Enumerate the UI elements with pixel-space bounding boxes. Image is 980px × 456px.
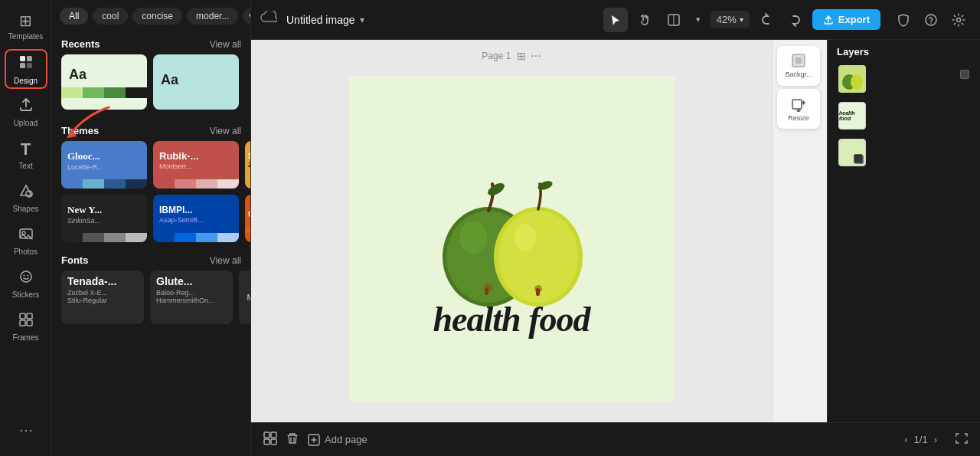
top-bar-right-icons [891, 8, 971, 32]
help-icon[interactable] [919, 8, 943, 32]
svg-rect-30 [536, 288, 540, 296]
swatch [175, 179, 196, 189]
hand-tool[interactable] [632, 8, 657, 32]
svg-point-6 [22, 231, 25, 235]
theme-ibm-name: IBMPl... [159, 205, 233, 215]
frame-layout-tool[interactable] [662, 8, 686, 32]
themes-view-all[interactable]: View all [210, 126, 241, 136]
layer-thumb-fruits [838, 65, 866, 93]
font-tenada-sub2: Stilu-Regular [67, 297, 138, 304]
more-icon: ⋯ [19, 422, 33, 438]
undo-button[interactable] [754, 8, 779, 32]
sidebar-item-frames[interactable]: Frames [5, 307, 47, 346]
swatch [61, 179, 83, 189]
zoom-control[interactable]: 42% ▾ [710, 11, 750, 28]
recents-title: Recents [61, 38, 100, 50]
page-more-icon[interactable]: ··· [531, 49, 541, 63]
style-tag-all[interactable]: All [60, 8, 88, 25]
swatch [153, 179, 175, 189]
canvas-text-element[interactable]: health food [433, 299, 590, 340]
theme-card-newy[interactable]: New Y... SinkinSa... [61, 195, 147, 242]
export-button[interactable]: Export [812, 9, 880, 30]
redo-button[interactable] [783, 8, 808, 32]
layer-item-fruits[interactable] [832, 62, 975, 96]
settings-icon[interactable] [946, 8, 971, 32]
style-tag-cool[interactable]: cool [93, 8, 128, 25]
style-tags-more[interactable]: ▾ [243, 8, 250, 25]
sidebar-item-design[interactable]: Design [5, 49, 47, 89]
stickers-icon [18, 269, 34, 288]
theme-newy-name: New Y... [67, 204, 141, 216]
resize-tool[interactable]: Resize [777, 89, 820, 129]
trash-icon[interactable] [286, 432, 299, 448]
bottom-bar: Add page ‹ 1/1 › [251, 422, 980, 456]
fullscreen-btn[interactable] [956, 432, 968, 448]
theme-card-sp[interactable]: Sp ZY [245, 141, 251, 189]
shield-icon [891, 8, 916, 32]
recent-card-1-swatches [61, 87, 147, 98]
theme-card-rubik[interactable]: Rubik-... Montserr... [153, 141, 239, 189]
svg-point-7 [21, 271, 31, 282]
recents-arrow[interactable]: › [245, 54, 250, 110]
design-panel: All cool concise moder... ▾ Recents View… [52, 0, 251, 456]
frame-layout-chevron[interactable]: ▾ [691, 8, 706, 32]
svg-rect-39 [271, 439, 276, 445]
prev-page-btn[interactable]: ‹ [904, 434, 907, 445]
svg-point-21 [459, 221, 487, 254]
templates-icon: ⊞ [19, 11, 32, 30]
style-tag-concise[interactable]: concise [132, 8, 182, 25]
page-grid-icon: ⊞ [517, 50, 526, 62]
theme-sp-swatches [245, 179, 251, 189]
svg-point-16 [926, 15, 936, 25]
layer-item-background[interactable] [832, 136, 975, 169]
add-page-button[interactable]: Add page [308, 434, 368, 446]
swatch [217, 233, 239, 242]
font-glute-sub1: Baloo-Reg... [156, 289, 227, 297]
sidebar-item-upload[interactable]: Upload [5, 92, 47, 132]
svg-point-8 [23, 274, 24, 276]
sidebar-item-photos[interactable]: Photos [5, 221, 47, 261]
theme-glooc-swatches [61, 179, 147, 189]
recent-card-1[interactable]: Aa [61, 54, 147, 110]
grid-icon[interactable] [263, 431, 277, 448]
svg-rect-37 [271, 432, 276, 438]
font-tenada-name: Tenada-... [67, 275, 138, 287]
sidebar-item-templates[interactable]: ⊞ Templates [5, 6, 47, 46]
background-icon [791, 53, 806, 68]
theme-ibm-swatches [153, 233, 239, 242]
sidebar-item-text[interactable]: T Text [5, 135, 47, 175]
style-tag-moder[interactable]: moder... [187, 8, 238, 25]
upload-icon [18, 97, 34, 116]
swatch [104, 233, 126, 242]
fonts-header: Fonts View all [52, 248, 250, 271]
canvas-card[interactable]: health food [349, 76, 675, 402]
swatch [217, 179, 239, 189]
canvas-side-tools: Backgr... Resize [772, 40, 827, 422]
resize-label: Resize [788, 114, 809, 122]
theme-card-glooc[interactable]: Glooc... Lucette-R... [61, 141, 147, 189]
sidebar-item-stickers[interactable]: Stickers [5, 264, 47, 303]
themes-row-2: New Y... SinkinSa... IBMPl... Asap-SemiB… [52, 195, 250, 242]
select-tool[interactable] [603, 8, 628, 32]
next-page-btn[interactable]: › [934, 434, 937, 445]
export-label: Export [838, 14, 870, 25]
fonts-view-all[interactable]: View all [210, 255, 241, 266]
theme-card-gr[interactable]: Gr [245, 195, 251, 242]
sidebar-item-more[interactable]: ⋯ [5, 410, 47, 450]
recents-view-all[interactable]: View all [210, 39, 241, 50]
theme-card-ibm[interactable]: IBMPl... Asap-SemiB... [153, 195, 239, 242]
font-card-tenada[interactable]: Tenada-... Zocbel X-E... Stilu-Regular [61, 271, 144, 324]
fonts-more-button[interactable]: Mor [239, 271, 250, 324]
background-tool[interactable]: Backgr... [777, 46, 820, 86]
themes-title: Themes [61, 125, 99, 136]
font-card-glute[interactable]: Glute... Baloo-Reg... HammersmithOn... [150, 271, 233, 324]
layer-thumb-bg [838, 139, 866, 166]
recent-card-2[interactable]: Aa [153, 54, 239, 110]
document-title: Untitled image [286, 14, 355, 26]
svg-rect-13 [27, 320, 32, 326]
layer-item-text[interactable]: health food [832, 99, 975, 133]
top-bar-title[interactable]: Untitled image ▾ [286, 14, 364, 26]
design-icon [18, 54, 34, 74]
sidebar-item-shapes[interactable]: Shapes [5, 178, 47, 218]
svg-rect-32 [795, 57, 802, 64]
